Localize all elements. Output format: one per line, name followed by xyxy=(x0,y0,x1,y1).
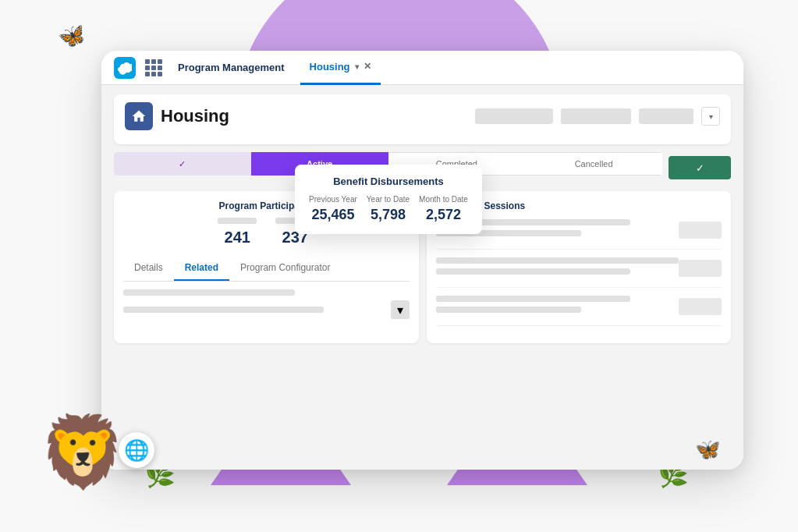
salesforce-logo[interactable] xyxy=(114,57,136,79)
path-step-cancelled[interactable]: Cancelled xyxy=(525,152,662,176)
benefit-metric-ytd-value: 5,798 xyxy=(367,207,410,223)
page-content: Housing ▾ ✓ Active Comple xyxy=(101,85,743,470)
stat-item-1: 241 xyxy=(218,218,257,246)
record-type-icon xyxy=(125,102,153,130)
tab-close-icon[interactable]: ✕ xyxy=(364,61,371,72)
tab-details[interactable]: Details xyxy=(123,256,174,281)
tab-label: Housing xyxy=(310,61,350,73)
butterfly-bottom-right-icon: 🦋 xyxy=(695,438,720,462)
tab-chevron-icon: ▾ xyxy=(355,62,359,71)
record-title: Housing xyxy=(161,106,229,126)
session-row-3 xyxy=(436,296,722,326)
session-lines-2 xyxy=(436,257,679,279)
benefit-metric-ytd: Year to Date 5,798 xyxy=(367,195,410,223)
session-skeleton-2a xyxy=(436,257,679,264)
benefit-disbursements-card: Benefit Disbursements Previous Year 25,4… xyxy=(295,165,482,234)
session-button-3[interactable] xyxy=(679,298,722,315)
benefit-metrics-row: Previous Year 25,465 Year to Date 5,798 … xyxy=(309,195,468,223)
field-pill-1 xyxy=(475,108,553,124)
path-action-checkmark: ✓ xyxy=(696,162,704,174)
benefit-metric-ytd-label: Year to Date xyxy=(367,195,410,204)
housing-tab[interactable]: Housing ▾ ✕ xyxy=(300,51,381,85)
session-button-2[interactable] xyxy=(679,260,722,277)
session-lines-3 xyxy=(436,296,679,317)
benefit-disbursements-title: Benefit Disbursements xyxy=(309,176,468,187)
path-step-cancelled-label: Cancelled xyxy=(575,159,613,168)
stat-value-1: 241 xyxy=(218,229,257,246)
lion-mascot: 🦁 xyxy=(39,417,126,487)
nav-bar: Program Management Housing ▾ ✕ xyxy=(101,51,743,85)
tab-bar: Details Related Program Configurator xyxy=(123,256,410,282)
stat-label-1 xyxy=(218,218,257,224)
path-step-check[interactable]: ✓ xyxy=(114,152,251,176)
field-pill-2 xyxy=(561,108,631,124)
benefit-metric-prev-year-label: Previous Year xyxy=(309,195,357,204)
field-pill-3 xyxy=(639,108,693,124)
apps-grid-icon[interactable] xyxy=(145,59,162,76)
benefit-metric-mtd: Month to Date 2,572 xyxy=(419,195,468,223)
skeleton-line-2 xyxy=(123,307,324,313)
path-action-button[interactable]: ✓ xyxy=(669,156,731,179)
skeleton-line-1 xyxy=(123,289,295,296)
tab-related[interactable]: Related xyxy=(174,256,229,281)
device-frame: Program Management Housing ▾ ✕ Housing xyxy=(101,51,743,470)
benefit-metric-mtd-value: 2,572 xyxy=(419,207,468,223)
fields-dropdown-icon[interactable]: ▾ xyxy=(701,107,720,126)
tab-program-configurator[interactable]: Program Configurator xyxy=(229,256,341,281)
record-header-top: Housing ▾ xyxy=(125,102,720,130)
path-step-check-label: ✓ xyxy=(179,159,186,169)
session-skeleton-3a xyxy=(436,296,630,302)
benefit-metric-prev-year-value: 25,465 xyxy=(309,207,357,223)
benefit-metric-previous-year: Previous Year 25,465 xyxy=(309,195,357,223)
butterfly-top-left-icon: 🦋 xyxy=(55,20,88,52)
session-skeleton-3b xyxy=(436,307,582,313)
record-fields-row: ▾ xyxy=(475,107,720,126)
app-name: Program Management xyxy=(172,62,291,73)
record-title-area: Housing xyxy=(125,102,229,130)
benefit-metric-mtd-label: Month to Date xyxy=(419,195,468,204)
record-header: Housing ▾ xyxy=(114,94,731,144)
session-row-2 xyxy=(436,257,722,288)
session-button-1[interactable] xyxy=(679,222,722,239)
skeleton-dropdown[interactable]: ▾ xyxy=(391,300,410,319)
skeleton-content: ▾ xyxy=(123,289,410,324)
globe-badge: 🌐 xyxy=(119,432,154,468)
session-skeleton-2b xyxy=(436,268,630,275)
